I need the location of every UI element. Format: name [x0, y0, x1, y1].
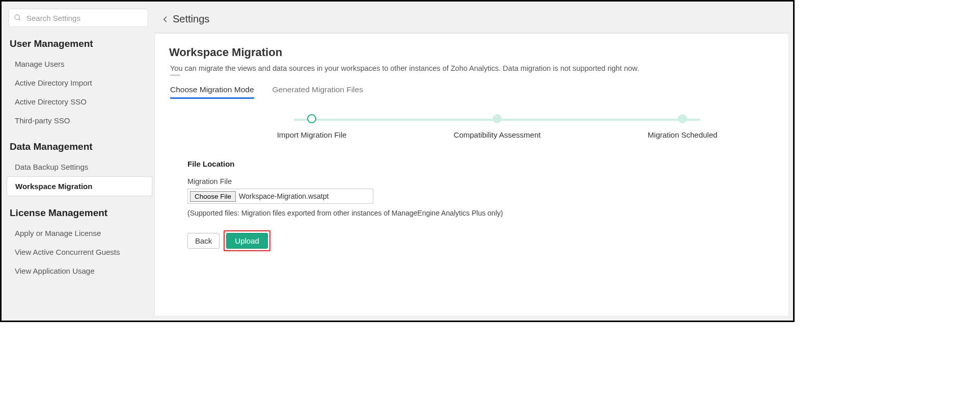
content-panel: Workspace Migration You can migrate the …: [154, 33, 789, 316]
section-title-user-management: User Management: [10, 38, 148, 49]
sidebar-item-third-party-sso[interactable]: Third-party SSO: [9, 111, 148, 130]
button-row: Back Upload: [187, 230, 774, 251]
form-area: File Location Migration File Choose File…: [187, 160, 774, 251]
tab-choose-mode[interactable]: Choose Migration Mode: [170, 85, 254, 99]
topbar-title: Settings: [173, 13, 209, 25]
topbar: Settings: [154, 6, 789, 33]
upload-button[interactable]: Upload: [226, 233, 268, 249]
search-icon: [14, 14, 22, 22]
step-label-import: Import Migration File: [277, 130, 347, 139]
sidebar-item-ad-import[interactable]: Active Directory Import: [9, 73, 148, 92]
step-dot-import: [307, 114, 316, 123]
desc-underline: [170, 74, 180, 76]
selected-file-name: Workspace-Migration.wsatpt: [239, 192, 329, 200]
svg-point-0: [15, 15, 19, 19]
main: Settings Workspace Migration You can mig…: [154, 2, 793, 321]
file-input-row[interactable]: Choose File Workspace-Migration.wsatpt: [187, 189, 373, 204]
sidebar: User Management Manage Users Active Dire…: [2, 2, 154, 321]
field-label-migration-file: Migration File: [187, 177, 774, 186]
page-title: Workspace Migration: [169, 46, 774, 59]
sidebar-item-apply-license[interactable]: Apply or Manage License: [9, 224, 148, 243]
sidebar-item-app-usage[interactable]: View Application Usage: [9, 261, 148, 280]
step-label-scheduled: Migration Scheduled: [648, 130, 718, 139]
upload-highlight: Upload: [224, 230, 270, 251]
sidebar-item-manage-users[interactable]: Manage Users: [9, 55, 148, 73]
page-description: You can migrate the views and data sourc…: [169, 64, 774, 72]
step-dot-compat: [493, 114, 502, 123]
step-dot-scheduled: [678, 114, 687, 123]
sidebar-item-ad-sso[interactable]: Active Directory SSO: [9, 92, 148, 111]
step-import: Import Migration File: [266, 114, 358, 139]
sidebar-item-data-backup[interactable]: Data Backup Settings: [9, 157, 148, 176]
step-label-compat: Compatibility Assessment: [454, 130, 541, 139]
section-title-license-management: License Management: [10, 207, 148, 219]
support-note: (Supported files: Migration files export…: [187, 209, 774, 217]
section-title-data-management: Data Management: [10, 141, 148, 152]
sidebar-item-workspace-migration[interactable]: Workspace Migration: [7, 176, 152, 196]
settings-frame: User Management Manage Users Active Dire…: [0, 0, 795, 322]
tab-generated-files[interactable]: Generated Migration Files: [273, 85, 363, 99]
back-button[interactable]: Back: [187, 233, 220, 249]
search-input[interactable]: [9, 9, 148, 27]
choose-file-button[interactable]: Choose File: [190, 191, 236, 202]
svg-line-1: [19, 19, 20, 20]
step-compat: Compatibility Assessment: [451, 114, 543, 139]
step-scheduled: Migration Scheduled: [637, 114, 728, 139]
chevron-left-icon[interactable]: [161, 15, 170, 23]
tabs: Choose Migration Mode Generated Migratio…: [169, 85, 774, 99]
form-heading: File Location: [187, 160, 774, 168]
search-wrap: [9, 9, 148, 27]
sidebar-item-active-guests[interactable]: View Active Concurrent Guests: [9, 243, 148, 261]
stepper: Import Migration File Compatibility Asse…: [266, 114, 728, 139]
